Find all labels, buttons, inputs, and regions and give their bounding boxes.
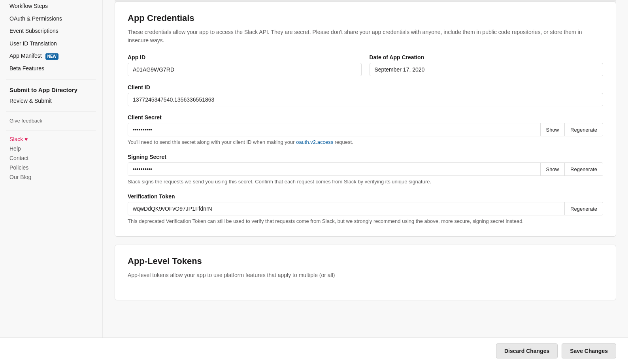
sidebar-item-beta-features[interactable]: Beta Features [6, 62, 96, 75]
sidebar-link-contact[interactable]: Contact [6, 153, 96, 163]
sidebar-divider [6, 79, 96, 79]
date-creation-input[interactable] [370, 63, 603, 76]
signing-secret-input-container: Show Regenerate [128, 162, 603, 176]
app-credentials-title: App Credentials [128, 13, 603, 23]
date-creation-group: Date of App Creation [370, 54, 603, 76]
client-secret-show-button[interactable]: Show [540, 123, 565, 136]
sidebar-item-event-subscriptions[interactable]: Event Subscriptions [6, 25, 96, 38]
date-creation-label: Date of App Creation [370, 54, 603, 60]
client-secret-input-container: Show Regenerate [128, 123, 603, 136]
sidebar: Workflow Steps OAuth & Permissions Event… [0, 0, 103, 364]
client-secret-input[interactable] [128, 123, 540, 136]
app-credentials-card: App Credentials These credentials allow … [115, 2, 616, 237]
sidebar-item-user-id-translation[interactable]: User ID Translation [6, 38, 96, 50]
client-id-group: Client ID [128, 84, 603, 106]
verification-token-regenerate-button[interactable]: Regenerate [564, 202, 603, 215]
sidebar-divider-2 [6, 111, 96, 111]
client-id-label: Client ID [128, 84, 603, 91]
sidebar-link-help[interactable]: Help [6, 144, 96, 153]
app-level-tokens-description: App-level tokens allow your app to use p… [128, 271, 603, 279]
sidebar-link-slack[interactable]: Slack ♥ [6, 134, 96, 144]
save-changes-button[interactable]: Save Changes [562, 343, 616, 358]
verification-token-hint: This deprecated Verification Token can s… [128, 218, 603, 225]
client-secret-regenerate-button[interactable]: Regenerate [564, 123, 603, 136]
sidebar-divider-3 [6, 130, 96, 130]
submit-section-header: Submit to App Directory [6, 83, 96, 95]
main-content: App Credentials These credentials allow … [103, 0, 628, 364]
sidebar-link-policies[interactable]: Policies [6, 163, 96, 172]
app-id-label: App ID [128, 54, 362, 60]
verification-token-input-container: Regenerate [128, 202, 603, 215]
verification-token-input[interactable] [128, 202, 564, 215]
client-secret-label: Client Secret [128, 114, 603, 121]
client-secret-group: Client Secret Show Regenerate [128, 114, 603, 136]
app-level-tokens-title: App-Level Tokens [128, 256, 603, 266]
sidebar-link-our-blog[interactable]: Our Blog [6, 172, 96, 182]
client-secret-hint: You'll need to send this secret along wi… [128, 139, 603, 146]
signing-secret-hint: Slack signs the requests we send you usi… [128, 178, 603, 185]
signing-secret-show-button[interactable]: Show [540, 163, 565, 175]
sidebar-item-review-submit[interactable]: Review & Submit [6, 95, 96, 108]
discard-changes-button[interactable]: Discard Changes [496, 343, 558, 358]
client-id-input[interactable] [128, 93, 603, 106]
app-credentials-description: These credentials allow your app to acce… [128, 28, 603, 45]
app-id-group: App ID [128, 54, 362, 76]
action-bar: Discard Changes Save Changes [0, 338, 628, 364]
app-id-input[interactable] [128, 63, 362, 76]
new-badge: NEW [45, 53, 58, 60]
app-id-date-row: App ID Date of App Creation [128, 54, 603, 76]
feedback-label: Give feedback [6, 115, 96, 126]
signing-secret-input[interactable] [128, 163, 540, 175]
sidebar-item-workflow-steps[interactable]: Workflow Steps [6, 0, 96, 13]
sidebar-item-app-manifest[interactable]: App Manifest NEW [6, 50, 96, 62]
verification-token-label: Verification Token [128, 193, 603, 200]
signing-secret-regenerate-button[interactable]: Regenerate [564, 163, 603, 175]
app-level-tokens-card: App-Level Tokens App-level tokens allow … [115, 245, 616, 300]
signing-secret-label: Signing Secret [128, 154, 603, 160]
signing-secret-group: Signing Secret Show Regenerate [128, 154, 603, 176]
verification-token-group: Verification Token Regenerate [128, 193, 603, 215]
sidebar-item-oauth-permissions[interactable]: OAuth & Permissions [6, 13, 96, 25]
oauth-link[interactable]: oauth.v2.access [296, 139, 333, 145]
